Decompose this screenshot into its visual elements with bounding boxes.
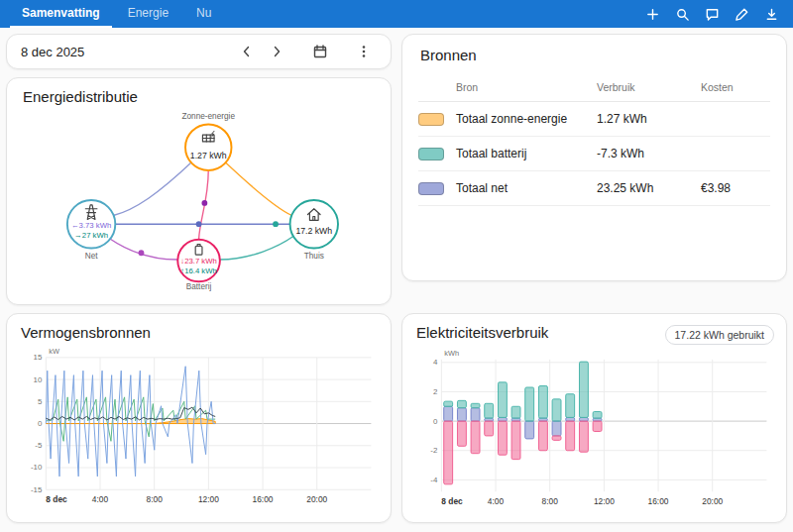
grid-to-battery-line xyxy=(110,239,178,260)
sources-table: Bron Verbruik Kosten Totaal zonne-energi… xyxy=(418,73,770,206)
solar-to-home-line xyxy=(225,161,292,215)
home-label: Thuis xyxy=(304,252,324,261)
edit-icon[interactable] xyxy=(730,2,753,26)
tab-bar: Samenvatting Energie Nu xyxy=(10,0,223,28)
svg-text:-5: -5 xyxy=(35,441,43,450)
source-color-swatch xyxy=(418,113,444,126)
search-icon[interactable] xyxy=(670,2,694,26)
battery-charge-value: ↓23.7 kWh xyxy=(180,257,217,266)
dashboard: 8 dec 2025 Energiedistributie xyxy=(0,28,793,529)
svg-text:kW: kW xyxy=(49,347,59,356)
svg-text:kWh: kWh xyxy=(444,349,459,358)
electricity-usage-card: Elektriciteitsverbruik 17.22 kWh gebruik… xyxy=(401,313,787,523)
grid-import-value: →27 kWh xyxy=(74,231,108,240)
electricity-usage-title: Elektriciteitsverbruik xyxy=(416,324,548,341)
usage-total-badge: 17.22 kWh gebruikt xyxy=(665,325,774,345)
source-color-swatch xyxy=(418,182,444,195)
grid-flow-dot xyxy=(196,221,202,227)
date-controls xyxy=(234,39,377,64)
sources-table-body: Totaal zonne-energie 1.27 kWh Totaal bat… xyxy=(418,102,770,206)
source-cost: €3.98 xyxy=(701,181,770,195)
source-name: Totaal batterij xyxy=(456,147,526,160)
energy-distribution-card: Energiedistributie Zonne-energie xyxy=(6,77,392,305)
svg-text:16:00: 16:00 xyxy=(648,496,669,506)
svg-text:-2: -2 xyxy=(430,446,437,455)
grid-label: Net xyxy=(85,252,99,261)
svg-text:4:00: 4:00 xyxy=(92,494,109,504)
column-kosten: Kosten xyxy=(701,81,770,93)
sources-table-header: Bron Verbruik Kosten xyxy=(418,73,770,102)
svg-text:4:00: 4:00 xyxy=(488,496,505,506)
electricity-usage-chart[interactable]: 420-2-48 dec4:008:0012:0016:0020:00kWh xyxy=(414,347,774,511)
energy-distribution-diagram[interactable]: Zonne-energie 1.27 kWh ←3.73 kWh →27 kWh… xyxy=(21,109,381,291)
grid-export-value: ←3.73 kWh xyxy=(71,221,111,230)
top-bar: Samenvatting Energie Nu xyxy=(0,0,793,28)
tab-energie[interactable]: Energie xyxy=(116,0,180,28)
solar-value: 1.27 kWh xyxy=(190,151,227,160)
column-verbruik: Verbruik xyxy=(597,81,701,93)
svg-text:8 dec: 8 dec xyxy=(441,496,463,506)
previous-date-button[interactable] xyxy=(234,39,260,64)
power-sources-chart[interactable]: 151050-5-10-158 dec4:008:0012:0016:0020:… xyxy=(19,345,379,509)
column-bron: Bron xyxy=(418,81,597,93)
source-name: Totaal net xyxy=(456,181,508,195)
download-icon[interactable] xyxy=(759,2,783,26)
source-row[interactable]: Totaal net 23.25 kWh €3.98 xyxy=(418,171,770,206)
source-row[interactable]: Totaal batterij -7.3 kWh xyxy=(418,137,770,171)
svg-text:15: 15 xyxy=(34,353,43,362)
solar-node[interactable] xyxy=(185,124,231,169)
battery-to-home-line xyxy=(220,237,293,260)
svg-text:-15: -15 xyxy=(31,485,43,494)
selected-date: 8 dec 2025 xyxy=(21,45,84,59)
svg-text:-4: -4 xyxy=(430,476,438,484)
next-date-button[interactable] xyxy=(264,39,289,64)
svg-text:8 dec: 8 dec xyxy=(46,494,67,504)
svg-text:20:00: 20:00 xyxy=(702,496,723,506)
battery-discharge-value: ↑16.4 kWh xyxy=(180,266,217,275)
sources-card: Bronnen Bron Verbruik Kosten Totaal zonn… xyxy=(401,34,787,281)
svg-text:8:00: 8:00 xyxy=(542,496,559,506)
svg-text:5: 5 xyxy=(38,397,43,406)
source-consumption: 1.27 kWh xyxy=(597,112,701,126)
svg-text:10: 10 xyxy=(34,375,43,384)
add-icon[interactable] xyxy=(640,2,664,26)
svg-text:8:00: 8:00 xyxy=(147,494,164,504)
power-sources-title: Vermogensbronnen xyxy=(21,324,379,341)
sources-title: Bronnen xyxy=(420,47,770,63)
svg-text:20:00: 20:00 xyxy=(306,494,327,504)
battery-label: Batterij xyxy=(186,282,212,291)
tab-nu[interactable]: Nu xyxy=(184,0,223,28)
source-consumption: -7.3 kWh xyxy=(597,147,701,160)
calendar-icon[interactable] xyxy=(307,39,333,64)
svg-text:0: 0 xyxy=(433,417,438,426)
solar-to-grid-line xyxy=(113,161,191,215)
chat-icon[interactable] xyxy=(700,2,724,26)
grid-battery-flow-dot xyxy=(139,250,145,256)
power-sources-card: Vermogensbronnen 151050-5-10-158 dec4:00… xyxy=(6,313,392,523)
svg-text:0: 0 xyxy=(38,419,43,428)
home-value: 17.2 kWh xyxy=(295,226,332,236)
source-name: Totaal zonne-energie xyxy=(456,112,567,126)
home-flow-dot xyxy=(273,221,279,227)
source-consumption: 23.25 kWh xyxy=(597,181,701,195)
date-selector-card: 8 dec 2025 xyxy=(6,34,392,69)
source-row[interactable]: Totaal zonne-energie 1.27 kWh xyxy=(418,102,770,137)
svg-text:12:00: 12:00 xyxy=(198,494,219,504)
topbar-actions xyxy=(640,0,783,28)
energy-distribution-title: Energiedistributie xyxy=(23,88,381,105)
svg-text:2: 2 xyxy=(433,387,437,396)
battery-flow-dot xyxy=(201,200,207,206)
svg-text:16:00: 16:00 xyxy=(253,494,274,504)
svg-text:4: 4 xyxy=(433,358,438,367)
svg-text:12:00: 12:00 xyxy=(594,496,615,506)
solar-label: Zonne-energie xyxy=(182,112,236,121)
more-options-icon[interactable] xyxy=(351,39,377,64)
svg-text:-10: -10 xyxy=(31,463,43,472)
source-color-swatch xyxy=(418,148,444,160)
home-node[interactable] xyxy=(290,200,338,248)
tab-samenvatting[interactable]: Samenvatting xyxy=(10,0,112,28)
